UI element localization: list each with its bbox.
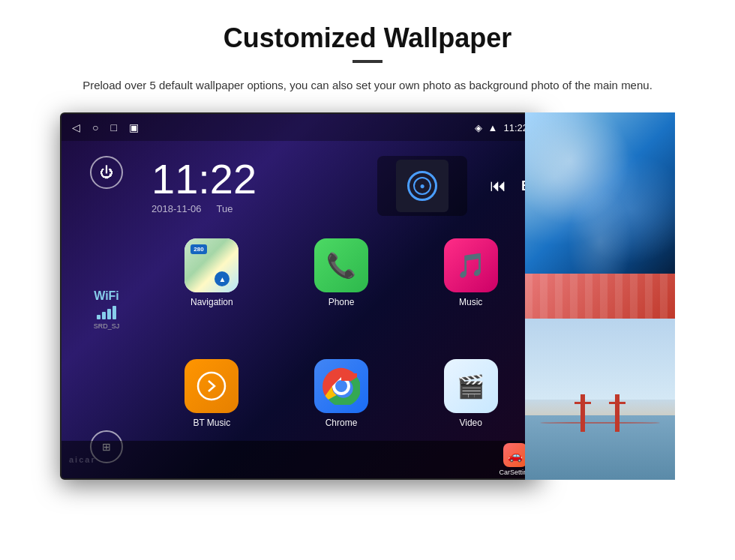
bridge-towers: [580, 394, 620, 432]
status-bar-left: ◁ ○ □ ▣: [72, 121, 139, 133]
wifi-bars: [94, 306, 120, 319]
page-subtitle: Preload over 5 default wallpaper options…: [45, 76, 690, 94]
bridge-cable: [540, 422, 660, 424]
signal-dot: ●: [419, 181, 424, 191]
bridge-sky: [525, 319, 675, 400]
svg-point-3: [335, 380, 347, 392]
bluetooth-icon: [196, 371, 226, 401]
app-icon-btmusic: [184, 359, 238, 413]
app-icon-phone: 📞: [314, 238, 368, 292]
middle-pattern: [525, 274, 675, 319]
main-area: ⏻ WiFi SRD_SJ ⊞: [62, 141, 538, 478]
bridge-tower-right: [615, 394, 620, 432]
wifi-bar-2: [102, 312, 106, 319]
nav-icon-inner: 280 ▲: [184, 238, 238, 292]
screen-container: ◁ ○ □ ▣ ◈ ▲ 11:22 ⏻ WiFi: [60, 112, 675, 532]
status-bar-right: ◈ ▲ 11:22: [475, 122, 528, 133]
wallpaper-thumbnails: [525, 112, 675, 480]
wifi-bar-4: [112, 306, 116, 319]
wifi-bar-1: [97, 315, 100, 319]
clock-day-value: Tue: [217, 203, 233, 214]
watermark: aicar: [69, 455, 96, 464]
app-item-music[interactable]: 🎵 Music: [410, 238, 531, 350]
center-content: 11:22 2018-11-06 Tue ●: [152, 141, 538, 478]
recents-icon: □: [110, 121, 116, 133]
screenshot-icon: ▣: [129, 121, 139, 133]
app-label-navigation: Navigation: [190, 297, 233, 307]
carsetting-icon: 🚗: [503, 443, 527, 467]
app-item-phone[interactable]: 📞 Phone: [281, 238, 402, 350]
app-icon-video: 🎬: [444, 359, 498, 413]
bottom-bar: aicar 🚗 CarSetting: [62, 441, 538, 478]
clock-widget: 11:22 2018-11-06 Tue: [152, 158, 362, 214]
svg-point-0: [198, 373, 225, 400]
app-icon-navigation: 280 ▲: [184, 238, 238, 292]
nav-badge: 280: [190, 244, 206, 254]
wifi-bar-3: [107, 309, 111, 319]
wallpaper-ice-image: [525, 112, 675, 274]
ice-texture: [525, 112, 675, 274]
title-divider: [352, 60, 382, 63]
clock-time: 11:22: [152, 158, 362, 200]
clock-area: 11:22 2018-11-06 Tue ●: [152, 148, 531, 223]
clock-date-value: 2018-11-06: [152, 203, 202, 214]
android-screen: ◁ ○ □ ▣ ◈ ▲ 11:22 ⏻ WiFi: [60, 112, 540, 480]
app-label-music: Music: [459, 297, 482, 307]
bridge-bg: [525, 319, 675, 480]
app-grid: 280 ▲ Navigation 📞 Phone: [152, 238, 531, 471]
status-bar: ◁ ○ □ ▣ ◈ ▲ 11:22: [62, 114, 538, 141]
app-icon-chrome: [314, 359, 368, 413]
app-icon-music: 🎵: [444, 238, 498, 292]
wallpaper-thumbnail-bridge[interactable]: [525, 319, 675, 480]
location-icon: ◈: [475, 122, 482, 133]
wallpaper-thumbnail-middle[interactable]: [525, 274, 675, 319]
media-icon-bg: ●: [396, 160, 448, 212]
app-label-phone: Phone: [328, 297, 355, 307]
wallpaper-thumbnail-ice[interactable]: [525, 112, 675, 274]
app-label-btmusic: BT Music: [193, 418, 230, 428]
back-icon: ◁: [72, 121, 80, 133]
app-item-navigation[interactable]: 280 ▲ Navigation: [152, 238, 272, 350]
clock-date: 2018-11-06 Tue: [152, 203, 362, 214]
chrome-logo: [322, 367, 360, 405]
page-title: Customized Wallpaper: [45, 22, 690, 54]
bridge-tower-left: [580, 394, 585, 432]
page-wrapper: Customized Wallpaper Preload over 5 defa…: [0, 0, 735, 547]
app-label-video: Video: [459, 418, 482, 428]
media-widget: ●: [377, 156, 467, 216]
power-button[interactable]: ⏻: [90, 156, 123, 189]
wifi-label: WiFi: [94, 289, 120, 303]
media-signal-icon: ●: [407, 171, 437, 201]
wifi-ssid: SRD_SJ: [94, 322, 120, 330]
wifi-widget: WiFi SRD_SJ: [94, 289, 120, 330]
home-icon: ○: [92, 121, 98, 133]
prev-track-icon[interactable]: ⏮: [490, 176, 506, 196]
wifi-status-icon: ▲: [488, 122, 498, 133]
left-sidebar: ⏻ WiFi SRD_SJ ⊞: [62, 141, 152, 478]
app-label-chrome: Chrome: [326, 418, 358, 428]
